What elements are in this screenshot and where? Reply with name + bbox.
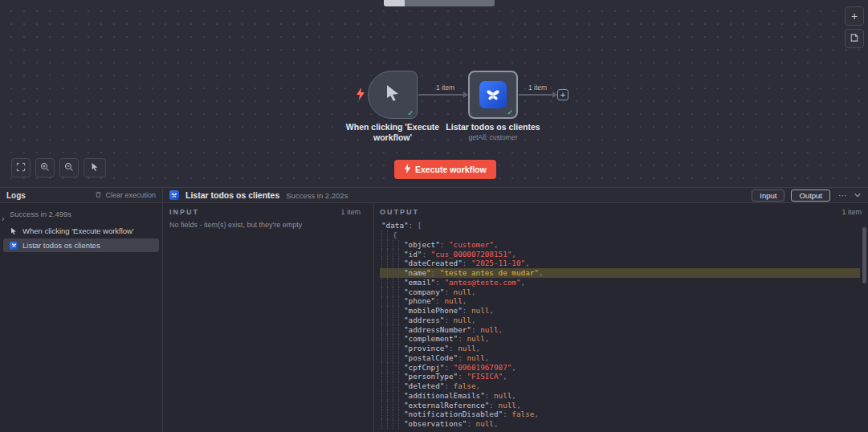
json-row[interactable]: "name": "teste antes de mudar", [380,268,860,278]
workflow-canvas[interactable]: + ✓ 1 item [0,0,868,187]
logs-node-item[interactable]: Listar todos os clientes [3,238,159,252]
json-row[interactable]: "province": null, [380,344,860,353]
json-row[interactable]: "postalCode": null, [380,353,860,363]
clear-execution-button[interactable]: Clear execution [95,191,156,200]
json-row[interactable]: "phone": null, [380,296,860,306]
add-sticky-note-button[interactable] [845,29,864,48]
indent-guide [398,259,404,268]
logs-header-detail: Listar todos os clientes Success in 2.20… [163,188,868,202]
indent-guide [398,240,404,250]
json-row[interactable]: "personType": "FISICA", [380,372,860,381]
indent-guide [387,287,393,296]
json-row[interactable]: "cpfCnpj": "09601967907", [380,362,860,372]
more-options-icon[interactable]: ⋯ [838,190,847,201]
indent-guide [381,334,387,344]
json-row-text: "object": "customer", [404,240,499,249]
indent-guide [381,296,387,306]
json-row[interactable]: "observations": null, [380,419,860,429]
json-row[interactable]: "complement": null, [380,334,860,344]
output-view-button[interactable]: Output [791,190,830,202]
logs-node-label: When clicking 'Execute workflow' [22,226,134,235]
json-row[interactable]: "email": "antes@teste.com", [380,278,860,287]
json-row-text: { [393,230,397,239]
json-row[interactable]: "object": "customer", [380,240,860,250]
json-row[interactable]: "externalReference": null, [380,400,860,410]
trigger-node-label: When clicking 'Execute workflow' [340,122,445,143]
indent-guide [381,259,387,268]
json-row[interactable]: "id": "cus_000007208151", [380,249,860,259]
json-row[interactable]: "notificationDisabled": false, [380,410,860,419]
chevron-right-icon[interactable]: › [2,214,4,223]
logs-header-left: Logs Clear execution [0,188,163,202]
logs-node-item[interactable]: When clicking 'Execute workflow' [3,224,159,238]
input-section-header: INPUT 1 item [169,208,367,216]
json-row[interactable]: "addressNumber": null, [380,324,860,334]
output-heading: OUTPUT [380,208,419,216]
indent-guide [387,372,393,381]
indent-guide [393,353,398,363]
indent-guide [381,316,387,325]
indent-guide [398,249,404,259]
indent-guide [393,306,398,316]
output-scrollbar[interactable] [862,227,866,283]
input-view-button[interactable]: Input [752,190,784,202]
json-row[interactable]: "mobilePhone": null, [380,306,860,316]
json-row[interactable]: "dateCreated": "2025-11-10", [380,259,860,268]
connection-line [519,94,556,96]
plus-icon: + [560,90,565,100]
pointer-mode-button[interactable] [84,158,106,177]
zoom-in-button[interactable] [35,158,55,177]
json-row[interactable]: "company": null, [380,287,860,296]
indent-guide [381,278,387,287]
indent-guide [387,381,393,391]
indent-guide [381,391,387,401]
zoom-in-icon [40,161,50,174]
json-row[interactable]: "data": [ [380,221,860,230]
fit-view-button[interactable] [11,158,31,177]
indent-guide [387,419,393,429]
json-row-text: "email": "antes@teste.com", [404,278,525,287]
json-row[interactable]: { [380,230,860,240]
execute-workflow-button[interactable]: Execute workflow [394,160,496,179]
add-connected-node-button[interactable]: + [557,89,568,100]
indent-guide [393,419,398,429]
collapse-panel-icon[interactable] [854,192,862,198]
indent-guide [398,268,404,278]
cursor-icon [10,227,18,235]
indent-guide [381,353,387,363]
indent-guide [387,240,393,250]
indent-guide [387,410,393,419]
node-listar-todos-os-clientes[interactable]: ✓ [468,71,518,119]
zoom-out-button[interactable] [59,158,79,177]
indent-guide [387,324,393,334]
logs-panel-body: › Success in 2.499s When clicking 'Execu… [0,203,868,432]
butterfly-icon [479,81,507,108]
node-toolbar-partial [384,0,495,6]
action-node-label: Listar todos os clientes [445,122,541,132]
node-manual-trigger[interactable]: ✓ [368,71,418,119]
zoom-out-icon [64,161,74,174]
indent-guide [393,296,398,306]
json-row[interactable]: "additionalEmails": null, [380,391,860,401]
indent-guide [381,249,387,259]
indent-guide [393,316,398,325]
indent-guide [393,240,398,250]
indent-guide [381,362,387,372]
clear-execution-label: Clear execution [105,191,156,199]
json-row[interactable]: "deleted": false, [380,381,860,391]
butterfly-icon [10,242,18,250]
json-row-text: "data": [ [381,221,422,230]
detail-node-status: Success in 2.202s [286,191,348,200]
indent-guide [398,372,404,381]
indent-guide [387,391,393,401]
indent-guide [398,400,404,410]
indent-guide [393,268,398,278]
indent-guide [387,334,393,344]
indent-guide [398,410,404,419]
json-row[interactable]: "address": null, [380,316,860,325]
output-section-header: OUTPUT 1 item [380,208,868,216]
input-empty-message: No fields - item(s) exist, but they're e… [169,221,367,229]
indent-guide [387,400,393,410]
indent-guide [381,287,387,296]
add-node-button[interactable]: + [845,6,864,26]
